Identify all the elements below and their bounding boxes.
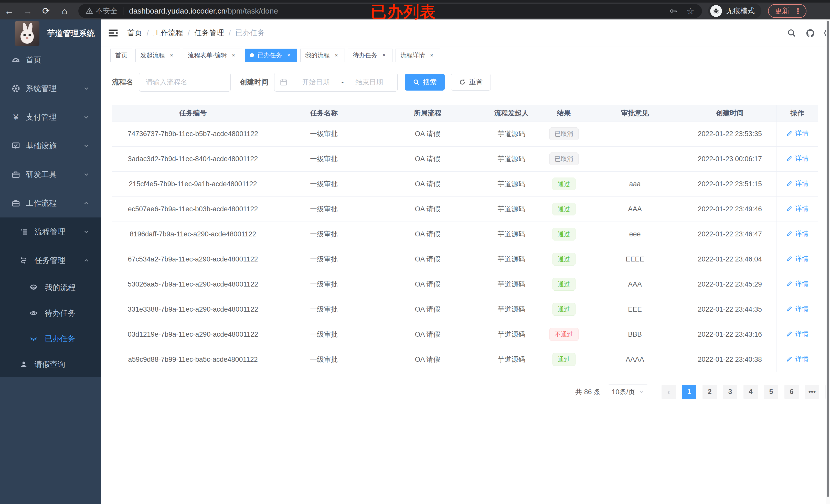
tab-start-process[interactable]: 发起流程× xyxy=(135,48,180,62)
table-row: 8196daff-7b9a-11ec-a290-acde48001122一级审批… xyxy=(112,222,818,247)
breadcrumb-home[interactable]: 首页 xyxy=(127,28,142,38)
page-button-2[interactable]: 2 xyxy=(703,385,717,399)
tab-done-tasks[interactable]: 已办任务× xyxy=(245,48,297,62)
github-icon[interactable] xyxy=(805,28,815,38)
flow-branch-icon xyxy=(20,256,28,265)
browser-forward-icon[interactable]: → xyxy=(19,6,37,16)
status-badge: 通过 xyxy=(552,353,576,366)
not-secure-label[interactable]: 不安全 xyxy=(96,6,117,16)
page-button-1[interactable]: 1 xyxy=(682,385,696,399)
end-date-placeholder[interactable]: 结束日期 xyxy=(346,77,392,87)
tab-todo-tasks[interactable]: 待办任务× xyxy=(348,48,392,62)
edit-pencil-icon xyxy=(786,331,793,337)
col-starter: 流程发起人 xyxy=(481,105,541,121)
page-button-6[interactable]: 6 xyxy=(785,385,799,399)
page-button-5[interactable]: 5 xyxy=(764,385,778,399)
edit-pencil-icon xyxy=(786,356,793,363)
incognito-label: 无痕模式 xyxy=(726,6,755,16)
chrome-update-button[interactable]: 更新 ⋮ xyxy=(768,4,806,18)
status-badge: 通过 xyxy=(552,253,576,266)
more-pages-button[interactable]: ••• xyxy=(805,385,819,399)
breadcrumb-workflow[interactable]: 工作流程 xyxy=(153,28,183,38)
detail-button[interactable]: 详情 xyxy=(786,179,808,188)
sidebar-item-payment[interactable]: ¥ 支付管理 xyxy=(0,103,101,132)
reset-button[interactable]: 重置 xyxy=(451,74,491,91)
edit-pencil-icon xyxy=(786,231,793,237)
browser-reload-icon[interactable]: ⟳ xyxy=(37,6,55,16)
close-icon[interactable]: × xyxy=(285,52,292,59)
scrollbar-thumb[interactable] xyxy=(827,21,829,497)
yen-icon: ¥ xyxy=(11,113,20,122)
detail-button[interactable]: 详情 xyxy=(786,154,808,163)
status-badge: 通过 xyxy=(552,278,576,291)
sidebar-item-workflow[interactable]: 工作流程 xyxy=(0,189,101,217)
sidebar-item-my-process[interactable]: 我的流程 xyxy=(0,275,101,300)
status-badge: 已取消 xyxy=(549,153,579,165)
process-name-input[interactable] xyxy=(139,73,231,92)
sidebar-item-dev-tools[interactable]: 研发工具 xyxy=(0,160,101,189)
close-icon[interactable]: × xyxy=(428,52,435,59)
bookmark-star-icon[interactable]: ☆ xyxy=(687,6,694,16)
edit-pencil-icon xyxy=(786,205,793,212)
sidebar-fold-icon[interactable] xyxy=(107,27,119,39)
detail-button[interactable]: 详情 xyxy=(786,129,808,138)
start-date-placeholder[interactable]: 开始日期 xyxy=(293,77,339,87)
edit-pencil-icon xyxy=(786,281,793,287)
breadcrumb-task-mgmt[interactable]: 任务管理 xyxy=(194,28,224,38)
col-comment: 审批意见 xyxy=(586,105,683,121)
page-button-4[interactable]: 4 xyxy=(743,385,758,399)
page-size-select[interactable]: 10条/页 xyxy=(608,384,648,399)
search-icon[interactable] xyxy=(787,28,796,38)
sidebar-item-todo-tasks[interactable]: 待办任务 xyxy=(0,300,101,326)
tab-home[interactable]: 首页 xyxy=(110,48,132,62)
detail-button[interactable]: 详情 xyxy=(786,229,808,238)
date-range-picker[interactable]: 开始日期 - 结束日期 xyxy=(274,73,397,92)
sidebar-item-infrastructure[interactable]: 基础设施 xyxy=(0,132,101,160)
table-row: 331e3388-7b9a-11ec-a290-acde48001122一级审批… xyxy=(112,297,818,322)
browser-home-icon[interactable]: ⌂ xyxy=(55,6,74,16)
sidebar-item-leave-query[interactable]: 请假查询 xyxy=(0,351,101,377)
chevron-down-icon xyxy=(83,114,90,121)
close-icon[interactable]: × xyxy=(380,52,388,59)
sidebar-item-task-mgmt[interactable]: 任务管理 xyxy=(0,246,101,275)
detail-button[interactable]: 详情 xyxy=(786,330,808,338)
sidebar-item-system[interactable]: 系统管理 xyxy=(0,74,101,103)
sidebar-item-label: 研发工具 xyxy=(26,169,57,180)
detail-button[interactable]: 详情 xyxy=(786,204,808,213)
detail-button[interactable]: 详情 xyxy=(786,355,808,364)
tab-process-detail[interactable]: 流程详情× xyxy=(395,48,440,62)
incognito-badge: 无痕模式 xyxy=(708,4,761,19)
status-badge: 不通过 xyxy=(549,328,579,341)
create-time-label: 创建时间 xyxy=(240,77,268,87)
detail-button[interactable]: 详情 xyxy=(786,254,808,263)
gear-icon xyxy=(11,84,20,93)
detail-button[interactable]: 详情 xyxy=(786,304,808,313)
prev-page-button[interactable]: ‹ xyxy=(662,385,676,399)
close-icon[interactable]: × xyxy=(168,52,175,59)
page-button-3[interactable]: 3 xyxy=(723,385,737,399)
browser-menu-dots-icon[interactable]: ⋮ xyxy=(794,7,802,15)
search-button[interactable]: 搜索 xyxy=(405,74,445,91)
detail-button[interactable]: 详情 xyxy=(786,279,808,288)
close-icon[interactable]: × xyxy=(333,52,340,59)
close-icon[interactable]: × xyxy=(230,52,237,59)
page-scrollbar[interactable] xyxy=(826,20,830,504)
password-key-icon[interactable] xyxy=(669,7,678,15)
done-task-table: 任务编号 任务名称 所属流程 流程发起人 结果 审批意见 创建时间 操作 747… xyxy=(112,105,818,372)
sidebar-item-done-tasks[interactable]: 已办任务 xyxy=(0,326,101,351)
page-url[interactable]: dashboard.yudao.iocoder.cn/bpm/task/done xyxy=(129,7,278,15)
col-task-id: 任务编号 xyxy=(112,105,274,121)
sidebar-item-process-mgmt[interactable]: 流程管理 xyxy=(0,217,101,246)
omnibox-divider xyxy=(123,7,123,15)
tab-my-process[interactable]: 我的流程× xyxy=(300,48,345,62)
face-icon xyxy=(29,283,38,292)
sidebar-item-label: 任务管理 xyxy=(35,255,65,266)
sidebar-item-label: 请假查询 xyxy=(35,359,65,370)
sidebar-item-home[interactable]: 首页 xyxy=(0,45,101,74)
tab-form-edit[interactable]: 流程表单-编辑× xyxy=(183,48,242,62)
workflow-submenu: 流程管理 任务管理 我的流程 xyxy=(0,217,101,377)
calendar-icon xyxy=(280,78,288,86)
browser-back-icon[interactable]: ← xyxy=(0,6,19,16)
sidebar-item-label: 我的流程 xyxy=(45,282,75,293)
edit-pencil-icon xyxy=(786,306,793,312)
